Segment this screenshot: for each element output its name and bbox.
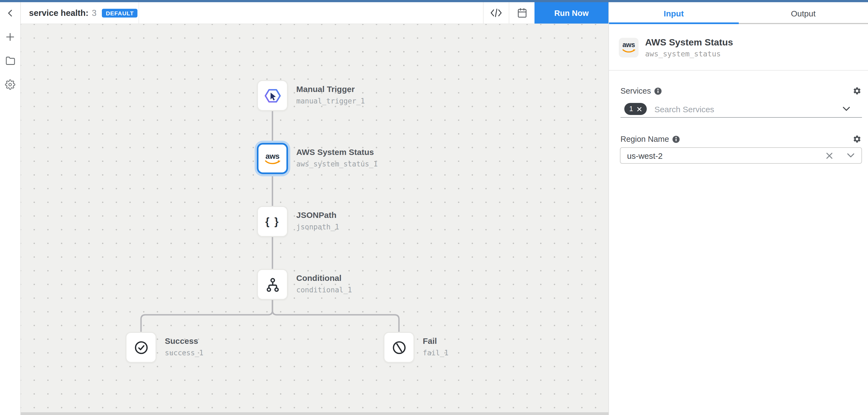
chevron-down-icon[interactable] xyxy=(847,153,854,158)
region-label-row: Region Name xyxy=(620,135,861,143)
top-accent-strip xyxy=(0,0,868,2)
node-label-fail: Fail fail_1 xyxy=(423,336,448,357)
node-id: manual_trigger_1 xyxy=(296,97,365,105)
node-success[interactable] xyxy=(125,332,157,363)
services-label: Services xyxy=(620,87,651,95)
inspector-tabbar: Input Output xyxy=(609,2,868,24)
node-label-jsonpath: JSONPath jsonpath_1 xyxy=(296,210,339,231)
info-icon[interactable] xyxy=(654,87,661,94)
region-input[interactable] xyxy=(627,151,826,160)
chevron-left-icon xyxy=(6,9,14,18)
gear-icon xyxy=(5,79,16,90)
aws-wordmark: aws xyxy=(622,42,635,49)
workflow-title: service health: xyxy=(29,8,88,18)
region-label: Region Name xyxy=(620,135,669,143)
region-select[interactable] xyxy=(620,147,862,164)
settings-button[interactable] xyxy=(0,78,20,90)
back-button[interactable] xyxy=(0,2,20,24)
services-settings-gear-icon[interactable] xyxy=(852,87,861,95)
region-settings-gear-icon[interactable] xyxy=(852,135,861,143)
node-id: jsonpath_1 xyxy=(296,223,339,231)
chip-remove-icon[interactable] xyxy=(637,106,642,111)
code-view-button[interactable] xyxy=(483,2,509,24)
check-circle-icon xyxy=(133,340,149,355)
inspector-node-title: AWS System Status xyxy=(645,37,733,48)
code-icon xyxy=(490,8,502,18)
default-badge: DEFAULT xyxy=(102,8,137,17)
node-conditional[interactable] xyxy=(257,269,288,300)
node-fail[interactable] xyxy=(383,332,414,363)
schedule-button[interactable] xyxy=(509,2,534,24)
node-title: AWS System Status xyxy=(296,147,378,158)
node-title: Success xyxy=(165,336,204,347)
services-search-input[interactable] xyxy=(654,104,843,114)
workflow-title-section[interactable]: service health: 3 DEFAULT xyxy=(21,2,139,24)
plus-icon xyxy=(5,31,16,42)
node-label-conditional: Conditional conditional_1 xyxy=(296,273,352,294)
header-spacer xyxy=(139,2,483,24)
workflow-canvas[interactable]: Manual Trigger manual_trigger_1 aws AWS … xyxy=(21,24,609,415)
divider xyxy=(609,70,868,71)
node-label-aws-system-status: AWS System Status aws_system_status_1 xyxy=(296,147,378,168)
info-icon[interactable] xyxy=(672,135,679,142)
chevron-down-icon[interactable] xyxy=(843,107,850,111)
workflow-version-count: 3 xyxy=(92,8,96,18)
node-title: Manual Trigger xyxy=(296,84,365,95)
inspector-body: aws AWS System Status aws_system_status … xyxy=(609,24,868,415)
node-id: success_1 xyxy=(165,349,204,357)
aws-smile-arrow xyxy=(264,160,281,165)
no-entry-icon xyxy=(391,340,407,355)
folder-icon xyxy=(5,56,15,66)
workflow-builder-app: service health: 3 DEFAULT Run Now xyxy=(0,0,868,415)
node-manual-trigger[interactable] xyxy=(257,80,288,111)
folder-button[interactable] xyxy=(0,55,20,67)
services-label-row: Services xyxy=(620,87,861,95)
node-label-manual-trigger: Manual Trigger manual_trigger_1 xyxy=(296,84,365,105)
selected-count-chip: 1 xyxy=(624,103,647,115)
inspector-panel: Input Output aws AWS System Status aws_s… xyxy=(609,2,868,415)
tab-output[interactable]: Output xyxy=(739,2,868,24)
node-title: Conditional xyxy=(296,273,352,284)
aws-smile-arrow xyxy=(622,49,636,54)
clear-icon[interactable] xyxy=(826,152,833,159)
services-multiselect[interactable]: 1 xyxy=(620,101,862,118)
header-bar: service health: 3 DEFAULT Run Now xyxy=(21,2,609,24)
node-jsonpath[interactable]: { } xyxy=(257,206,288,237)
node-title: Fail xyxy=(423,336,448,347)
aws-logo-icon: aws xyxy=(264,152,281,165)
run-now-button[interactable]: Run Now xyxy=(534,2,609,24)
node-label-success: Success success_1 xyxy=(165,336,204,357)
aws-wordmark: aws xyxy=(265,152,279,160)
node-type-tile: aws xyxy=(619,38,639,58)
tab-input[interactable]: Input xyxy=(609,2,739,24)
add-button[interactable] xyxy=(0,31,20,43)
calendar-icon xyxy=(517,8,527,18)
curly-braces-icon: { } xyxy=(265,216,280,227)
inspector-node-id: aws_system_status xyxy=(645,49,721,58)
tab-active-underline xyxy=(609,22,739,24)
node-aws-system-status[interactable]: aws xyxy=(257,143,288,174)
branch-icon xyxy=(264,276,281,293)
node-id: fail_1 xyxy=(423,349,448,357)
node-id: conditional_1 xyxy=(296,286,352,294)
horizontal-scrollbar[interactable] xyxy=(21,412,609,415)
node-id: aws_system_status_1 xyxy=(296,160,378,168)
node-title: JSONPath xyxy=(296,210,339,221)
chip-count: 1 xyxy=(629,106,633,113)
aws-logo-icon: aws xyxy=(622,42,636,54)
manual-trigger-hexagon-cursor-icon xyxy=(264,87,281,104)
left-rail xyxy=(0,2,21,415)
